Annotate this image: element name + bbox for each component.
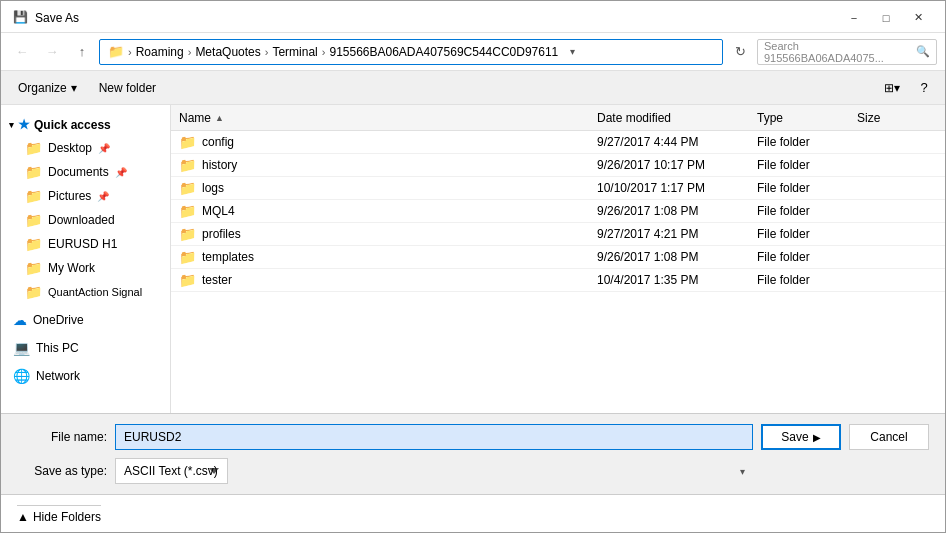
bottom-section: File name: Save ▶ Cancel Save as type: A… [1,413,945,494]
save-button[interactable]: Save ▶ [761,424,841,450]
table-row[interactable]: 📁 MQL4 9/26/2017 1:08 PM File folder [171,200,945,223]
folder-icon: 📁 [179,226,196,242]
file-name: history [202,158,237,172]
table-row[interactable]: 📁 tester 10/4/2017 1:35 PM File folder [171,269,945,292]
forward-button[interactable]: → [39,39,65,65]
view-dropdown-icon: ▾ [894,81,900,95]
up-button[interactable]: ↑ [69,39,95,65]
network-section: 🌐 Network [1,364,170,388]
action-buttons: Save ▶ Cancel [761,424,929,450]
address-bar: ← → ↑ 📁 › Roaming › MetaQuotes › Termina… [1,33,945,71]
organize-button[interactable]: Organize ▾ [9,75,86,101]
new-folder-button[interactable]: New folder [90,75,165,101]
savetype-row: Save as type: ASCII Text (*.csv) ▾ [17,458,929,484]
sidebar-item-desktop[interactable]: 📁 Desktop 📌 [1,136,170,160]
close-button[interactable]: ✕ [903,8,933,28]
sort-arrow: ▲ [215,113,224,123]
quick-access-header[interactable]: ▾ ★ Quick access [1,113,170,136]
filename-label: File name: [17,430,107,444]
chevron-up-icon: ▲ [17,510,29,524]
sidebar-item-label: Desktop [48,141,92,155]
file-date: 9/26/2017 1:08 PM [597,204,757,218]
col-size-label: Size [857,111,880,125]
view-grid-icon: ⊞ [884,81,894,95]
onedrive-section: ☁ OneDrive [1,308,170,332]
chevron-down-icon: ▾ [9,120,14,130]
sidebar-item-label: Network [36,369,80,383]
sidebar-item-label: My Work [48,261,95,275]
dialog-icon: 💾 [13,10,29,26]
path-guid: 915566BA06ADA407569C544CC0D97611 [329,45,558,59]
col-date-header[interactable]: Date modified [597,111,757,125]
sidebar-item-quantaction[interactable]: 📁 QuantAction Signal [1,280,170,304]
maximize-button[interactable]: □ [871,8,901,28]
sidebar-item-onedrive[interactable]: ☁ OneDrive [1,308,170,332]
file-list-header: Name ▲ Date modified Type Size [171,105,945,131]
file-type: File folder [757,204,857,218]
view-button[interactable]: ⊞ ▾ [877,75,907,101]
table-row[interactable]: 📁 templates 9/26/2017 1:08 PM File folde… [171,246,945,269]
address-dropdown-button[interactable]: ▾ [562,39,582,65]
table-row[interactable]: 📁 history 9/26/2017 10:17 PM File folder [171,154,945,177]
col-size-header[interactable]: Size [857,111,937,125]
address-path-box[interactable]: 📁 › Roaming › MetaQuotes › Terminal › 91… [99,39,723,65]
folder-icon: 📁 [25,140,42,156]
refresh-button[interactable]: ↻ [727,39,753,65]
quick-access-label: Quick access [34,118,111,132]
table-row[interactable]: 📁 config 9/27/2017 4:44 PM File folder [171,131,945,154]
pin-icon: 📌 [98,143,110,154]
col-name-header[interactable]: Name ▲ [179,111,597,125]
back-button[interactable]: ← [9,39,35,65]
pin-icon: 📌 [115,167,127,178]
savetype-select[interactable]: ASCII Text (*.csv) [115,458,228,484]
sidebar-item-eurusd[interactable]: 📁 EURUSD H1 [1,232,170,256]
file-type: File folder [757,227,857,241]
file-name: MQL4 [202,204,235,218]
organize-arrow: ▾ [71,81,77,95]
col-type-header[interactable]: Type [757,111,857,125]
title-bar: 💾 Save As − □ ✕ [1,1,945,33]
sidebar-item-label: OneDrive [33,313,84,327]
sidebar-item-mywork[interactable]: 📁 My Work [1,256,170,280]
select-arrow-icon: ▾ [740,466,745,477]
file-date: 9/26/2017 10:17 PM [597,158,757,172]
sidebar-item-pictures[interactable]: 📁 Pictures 📌 [1,184,170,208]
table-row[interactable]: 📁 profiles 9/27/2017 4:21 PM File folder [171,223,945,246]
folder-icon: 📁 [179,272,196,288]
savetype-select-wrapper: ASCII Text (*.csv) ▾ [115,458,753,484]
cancel-label: Cancel [870,430,907,444]
file-name: tester [202,273,232,287]
sidebar-item-label: Documents [48,165,109,179]
sidebar-item-downloaded[interactable]: 📁 Downloaded [1,208,170,232]
search-icon: 🔍 [916,45,930,58]
cancel-button[interactable]: Cancel [849,424,929,450]
folder-icon: 📁 [179,134,196,150]
dialog-title: Save As [35,11,839,25]
table-row[interactable]: 📁 logs 10/10/2017 1:17 PM File folder [171,177,945,200]
sidebar-item-documents[interactable]: 📁 Documents 📌 [1,160,170,184]
folder-icon: 📁 [179,157,196,173]
hide-folders-button[interactable]: ▲ Hide Folders [17,505,101,528]
sidebar-item-thispc[interactable]: 💻 This PC [1,336,170,360]
file-date: 9/27/2017 4:21 PM [597,227,757,241]
col-date-label: Date modified [597,111,671,125]
minimize-button[interactable]: − [839,8,869,28]
window-controls: − □ ✕ [839,8,933,28]
sidebar-item-label: This PC [36,341,79,355]
search-placeholder: Search 915566BA06ADA4075... [764,40,916,64]
filename-input[interactable] [115,424,753,450]
hide-folders-label: Hide Folders [33,510,101,524]
folder-icon: 📁 [179,249,196,265]
save-cursor-indicator: ▶ [813,432,821,443]
help-button[interactable]: ? [911,75,937,101]
sidebar-item-network[interactable]: 🌐 Network [1,364,170,388]
sidebar-item-label: Pictures [48,189,91,203]
sidebar-item-label: QuantAction Signal [48,286,142,298]
filename-row: File name: Save ▶ Cancel [17,424,929,450]
main-content: ▾ ★ Quick access 📁 Desktop 📌 📁 Documents… [1,105,945,413]
file-type: File folder [757,181,857,195]
folder-icon: 📁 [25,212,42,228]
file-rows-container: 📁 config 9/27/2017 4:44 PM File folder 📁… [171,131,945,292]
file-type: File folder [757,158,857,172]
file-date: 9/27/2017 4:44 PM [597,135,757,149]
